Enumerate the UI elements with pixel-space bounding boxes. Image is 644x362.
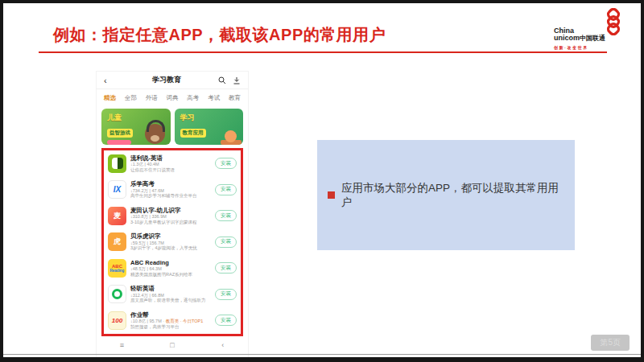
home-icon[interactable]: □	[164, 341, 180, 349]
lexue-app-icon: IX	[108, 180, 126, 199]
app-row-maitian: 麦 麦田认字-幼儿识字 ↓310.8万 | 336.9M 3-10岁儿童早教认字…	[104, 203, 241, 229]
app-stats: ↓10.8亿 | 95.7M · 教育类 · 今日TOP1	[130, 319, 215, 324]
tab-all[interactable]: 全部	[125, 94, 137, 102]
app-description: 3-10岁儿童早教认字识字启蒙课程	[130, 220, 215, 225]
china-unicom-logo: China unicom中国联通 创新·改变世界	[554, 8, 628, 55]
reading-icon-text: Reading	[110, 269, 125, 273]
app-description: 高中生同步学习和辅导作业全平台	[130, 193, 215, 199]
download-manager-icon[interactable]	[233, 76, 241, 84]
install-button[interactable]: 安装	[215, 210, 237, 221]
qingting-app-icon	[108, 285, 126, 303]
install-button[interactable]: 安装	[215, 237, 237, 248]
app-description: 原文原声听，双语带美音，逐句练听力	[130, 298, 215, 303]
app-name: 麦田认字-幼儿识字	[130, 207, 215, 214]
install-button[interactable]: 安装	[215, 262, 237, 274]
app-description: 精选美国原版图书RAZ系列绘本	[130, 272, 215, 278]
banner-subtitle: 教育应用	[180, 129, 206, 138]
app-stats: ↓48.5万 | 64.3M	[130, 266, 215, 272]
category-tabs: 精选 全部 外语 词典 高考 考试 教育	[97, 89, 248, 106]
recent-apps-icon[interactable]: ≡	[114, 341, 130, 349]
app-row-beilehu: 虎 贝乐虎识字 ↓59.5万 | 156.7M 3岁识千字，4岁能阅读，入学无忧…	[104, 229, 241, 256]
logo-wordmark: China unicom中国联通	[554, 27, 605, 43]
title-underline	[39, 51, 607, 53]
top-rank-badge: 教育类 · 今日TOP1	[166, 319, 204, 323]
tab-gaokao[interactable]: 高考	[187, 94, 199, 102]
app-stats: ↓59.5万 | 156.7M	[130, 241, 215, 246]
callout-box: 应用市场大部分的APP，都可以提取其常用用户	[317, 140, 575, 250]
app-row-liulishuo: 流利说-英语 ↓1.3亿 | 40.4M 让你忍不住开口说英语 安装	[104, 150, 241, 177]
banner-cta-pill	[107, 140, 131, 145]
callout-text: 应用市场大部分的APP，都可以提取其常用用户	[341, 181, 564, 210]
android-nav-bar: ≡ □ ‹	[97, 338, 248, 352]
app-name: 轻听英语	[130, 285, 215, 292]
qingting-ring-icon	[112, 289, 122, 299]
app-stats: ↓312.4万 | 66.8M	[130, 293, 215, 298]
abc-reading-app-icon: ABC Reading	[108, 259, 126, 278]
app-stats: ↓1.3亿 | 40.4M	[130, 162, 215, 167]
app-row-qingting: 轻听英语 ↓312.4万 | 66.8M 原文原声听，双语带美音，逐句练听力 安…	[104, 282, 241, 308]
beilehu-app-icon: 虎	[108, 232, 126, 251]
back-icon[interactable]: ‹	[104, 76, 115, 85]
tab-featured[interactable]: 精选	[104, 94, 116, 102]
highlighted-app-list: 流利说-英语 ↓1.3亿 | 40.4M 让你忍不住开口说英语 安装 IX 乐学…	[101, 148, 243, 336]
install-button[interactable]: 安装	[215, 184, 237, 195]
liulishuo-app-icon	[108, 154, 126, 173]
app-stats: ↓310.8万 | 336.9M	[130, 214, 215, 220]
banner-subtitle: 益智游戏	[107, 129, 133, 138]
banner-study-apps[interactable]: 学习 教育应用	[175, 109, 244, 145]
tab-dictionary[interactable]: 词典	[166, 94, 178, 102]
app-name: 贝乐虎识字	[130, 232, 215, 240]
page-number-chip[interactable]: 第5页	[591, 335, 630, 351]
maitian-app-icon: 麦	[108, 207, 126, 225]
app-description: 拍照搜题，高效学习平台	[130, 324, 215, 330]
app-name: 流利说-英语	[130, 154, 215, 162]
tab-exam[interactable]: 考试	[208, 94, 220, 102]
install-button[interactable]: 安装	[215, 158, 237, 169]
liulishuo-face-icon	[112, 158, 123, 169]
app-row-lexue-gaokao: IX 乐学高考 ↓734.2万 | 47.6M 高中生同步学习和辅导作业全平台 …	[104, 177, 241, 204]
phone-header: ‹ 学习教育	[97, 72, 248, 89]
zuoyebang-app-icon: 100	[108, 311, 126, 330]
bullet-square-icon	[328, 191, 335, 199]
app-name: 乐学高考	[130, 180, 215, 187]
search-icon[interactable]	[218, 76, 226, 84]
tab-foreign-language[interactable]: 外语	[146, 94, 158, 102]
bottom-divider	[3, 354, 641, 355]
install-button[interactable]: 安装	[215, 289, 237, 300]
install-button[interactable]: 安装	[215, 315, 237, 326]
logo-tagline: 创新·改变世界	[554, 45, 588, 50]
slide: 例如：指定任意APP，截取该APP的常用用户 China unicom中国联通 …	[0, 0, 644, 362]
app-description: 让你忍不住开口说英语	[130, 167, 215, 173]
banner-title: 学习	[180, 113, 244, 123]
logo-line2-cn: 中国联通	[580, 35, 605, 42]
page-title: 例如：指定任意APP，截取该APP的常用用户	[53, 24, 386, 46]
tab-education[interactable]: 教育	[229, 94, 241, 102]
logo-line2: unicom	[554, 34, 580, 42]
app-name: ABC Reading	[130, 259, 215, 266]
app-name: 作业帮	[130, 311, 215, 319]
banner-row: 儿童 益智游戏 学习 教育应用	[97, 106, 248, 145]
category-title: 学习教育	[115, 75, 218, 85]
bear-illustration	[145, 124, 165, 144]
app-row-zuoyebang: 100 作业帮 ↓10.8亿 | 95.7M · 教育类 · 今日TOP1 拍照…	[104, 307, 241, 334]
kid-illustration	[225, 130, 237, 142]
app-description: 3岁识千字，4岁能阅读，入学无忧	[130, 245, 215, 251]
banner-kids-games[interactable]: 儿童 益智游戏	[101, 109, 171, 145]
app-stats: ↓734.2万 | 47.6M	[130, 188, 215, 194]
nav-back-icon[interactable]: ‹	[215, 341, 231, 349]
app-store-screenshot: ‹ 学习教育 精选 全部 外语 词典 高考 考试 教育	[96, 71, 249, 358]
app-row-abc-reading: ABC Reading ABC Reading ↓48.5万 | 64.3M 精…	[104, 255, 241, 282]
